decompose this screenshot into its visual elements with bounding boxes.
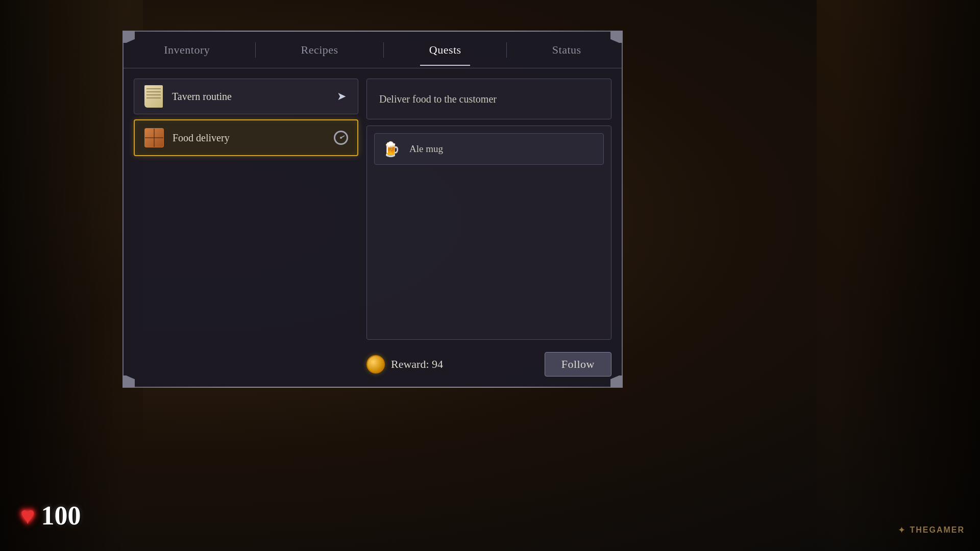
quest-list: Tavern routine ➤ Food delivery <box>134 79 358 377</box>
food-delivery-icon <box>143 127 165 149</box>
heart-icon: ♥ <box>20 502 35 530</box>
tavern-routine-status: ➤ <box>333 88 350 105</box>
quest-description: Deliver food to the customer <box>366 79 611 119</box>
coin-icon <box>366 355 385 373</box>
package-icon <box>144 128 164 147</box>
clock-icon <box>334 131 348 145</box>
tab-quests[interactable]: Quests <box>414 38 477 62</box>
reward-text: Reward: 94 <box>391 358 443 371</box>
tab-divider-3 <box>506 42 507 58</box>
tab-recipes[interactable]: Recipes <box>285 38 353 62</box>
description-text: Deliver food to the customer <box>379 93 497 105</box>
tab-divider-2 <box>383 42 384 58</box>
follow-button[interactable]: Follow <box>545 352 611 377</box>
quest-detail: Deliver food to the customer 🍺 Ale mug R… <box>366 79 611 377</box>
quest-item-tavern-routine[interactable]: Tavern routine ➤ <box>134 79 358 114</box>
brand-name: THEGAMER <box>910 525 965 535</box>
brand-icon: ✦ <box>898 524 905 536</box>
bg-shadow-left <box>0 0 128 551</box>
reward-section: Reward: 94 <box>366 355 443 373</box>
main-panel: Inventory Recipes Quests Status Tavern r… <box>122 31 623 388</box>
panel-border-top <box>139 31 606 32</box>
food-delivery-name: Food delivery <box>173 132 326 144</box>
quest-items: 🍺 Ale mug <box>366 126 611 340</box>
tab-bar: Inventory Recipes Quests Status <box>124 32 622 68</box>
tab-status[interactable]: Status <box>537 38 597 62</box>
tab-divider-1 <box>255 42 256 58</box>
health-value: 100 <box>41 500 81 531</box>
quest-item-food-delivery[interactable]: Food delivery <box>134 119 358 156</box>
tavern-routine-name: Tavern routine <box>172 91 326 103</box>
hud: ♥ 100 <box>20 500 81 531</box>
send-icon: ➤ <box>337 90 346 103</box>
item-ale-mug: 🍺 Ale mug <box>374 133 604 165</box>
branding: ✦ THEGAMER <box>898 524 965 536</box>
scroll-icon <box>144 85 163 108</box>
panel-border-bottom <box>139 387 606 388</box>
content-area: Tavern routine ➤ Food delivery <box>124 68 622 387</box>
reward-bar: Reward: 94 Follow <box>366 346 611 377</box>
tavern-routine-icon <box>142 85 165 108</box>
tab-inventory[interactable]: Inventory <box>149 38 225 62</box>
bg-shadow-right <box>837 0 980 551</box>
clock-dot <box>340 137 342 139</box>
food-delivery-status <box>333 130 349 146</box>
ale-mug-name: Ale mug <box>409 143 443 155</box>
ale-mug-icon: 🍺 <box>380 138 402 160</box>
